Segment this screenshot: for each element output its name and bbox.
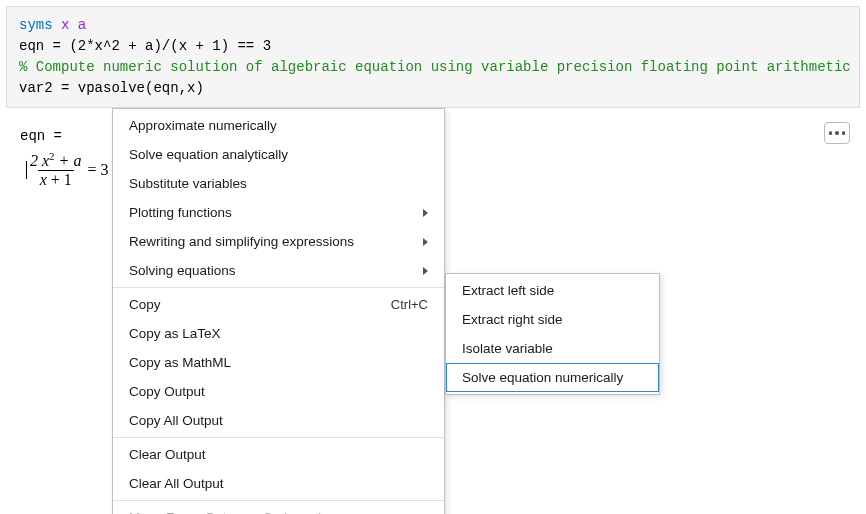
menu-separator — [113, 437, 444, 438]
menu-label: Plotting functions — [129, 205, 232, 220]
dot-icon — [835, 131, 839, 135]
menu-label: Copy All Output — [129, 413, 223, 428]
menu-move-focus: Move Focus Between Code and OutputCtrl+S… — [113, 503, 444, 514]
submenu-isolate-variable[interactable]: Isolate variable — [446, 334, 659, 363]
equation-display[interactable]: 2 x2 + a x + 1 = 3 — [26, 150, 108, 189]
solving-submenu: Extract left side Extract right side Iso… — [445, 273, 660, 395]
submenu-extract-right[interactable]: Extract right side — [446, 305, 659, 334]
chevron-right-icon — [423, 267, 428, 275]
menu-label: Copy — [129, 297, 161, 312]
menu-label: Copy as LaTeX — [129, 326, 221, 341]
equals-rhs: = 3 — [87, 161, 108, 179]
code-vars: x a — [61, 17, 86, 33]
text-cursor — [26, 161, 27, 179]
code-comment: % Compute numeric solution of algebraic … — [19, 59, 851, 75]
menu-label: Solve equation analytically — [129, 147, 288, 162]
dot-icon — [842, 131, 846, 135]
chevron-right-icon — [423, 238, 428, 246]
fraction: 2 x2 + a x + 1 — [28, 150, 83, 189]
menu-copy[interactable]: CopyCtrl+C — [113, 290, 444, 319]
menu-label: Solving equations — [129, 263, 236, 278]
menu-solving-equations[interactable]: Solving equations — [113, 256, 444, 285]
menu-label: Copy as MathML — [129, 355, 231, 370]
menu-substitute-variables[interactable]: Substitute variables — [113, 169, 444, 198]
code-line-4: var2 = vpasolve(eqn,x) — [19, 80, 204, 96]
menu-label: Move Focus Between Code and Output — [129, 510, 356, 514]
menu-separator — [113, 287, 444, 288]
menu-plotting-functions[interactable]: Plotting functions — [113, 198, 444, 227]
menu-copy-output[interactable]: Copy Output — [113, 377, 444, 406]
menu-clear-all-output[interactable]: Clear All Output — [113, 469, 444, 498]
menu-label: Copy Output — [129, 384, 205, 399]
menu-approximate-numerically[interactable]: Approximate numerically — [113, 111, 444, 140]
more-options-button[interactable] — [824, 122, 850, 144]
menu-rewriting-simplifying[interactable]: Rewriting and simplifying expressions — [113, 227, 444, 256]
context-menu: Approximate numerically Solve equation a… — [112, 108, 445, 514]
code-line-2: eqn = (2*x^2 + a)/(x + 1) == 3 — [19, 38, 271, 54]
menu-label: Rewriting and simplifying expressions — [129, 234, 354, 249]
menu-copy-mathml[interactable]: Copy as MathML — [113, 348, 444, 377]
menu-label: Clear All Output — [129, 476, 224, 491]
chevron-right-icon — [423, 209, 428, 217]
menu-copy-all-output[interactable]: Copy All Output — [113, 406, 444, 435]
submenu-solve-numerically[interactable]: Solve equation numerically — [446, 363, 659, 392]
code-keyword: syms — [19, 17, 53, 33]
menu-separator — [113, 500, 444, 501]
menu-label: Substitute variables — [129, 176, 247, 191]
menu-clear-output[interactable]: Clear Output — [113, 440, 444, 469]
menu-shortcut: Ctrl+C — [391, 297, 428, 312]
submenu-extract-left[interactable]: Extract left side — [446, 276, 659, 305]
menu-label: Approximate numerically — [129, 118, 277, 133]
menu-copy-latex[interactable]: Copy as LaTeX — [113, 319, 444, 348]
code-block[interactable]: syms x a eqn = (2*x^2 + a)/(x + 1) == 3 … — [6, 6, 860, 108]
menu-solve-analytically[interactable]: Solve equation analytically — [113, 140, 444, 169]
dot-icon — [829, 131, 833, 135]
menu-label: Clear Output — [129, 447, 206, 462]
